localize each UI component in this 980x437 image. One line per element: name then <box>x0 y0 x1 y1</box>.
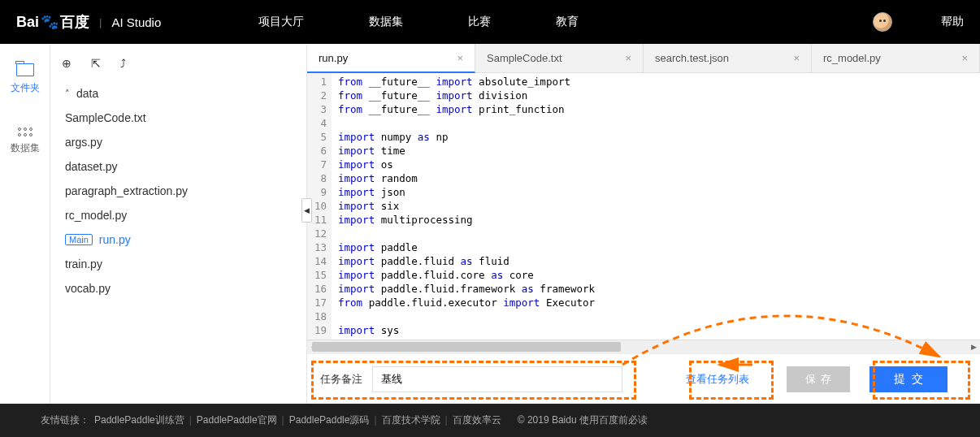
task-input[interactable] <box>372 366 622 392</box>
tree-file[interactable]: dataset.py <box>59 154 290 179</box>
editor-tab[interactable]: run.py× <box>307 44 475 73</box>
footer-copyright: © 2019 Baidu 使用百度前必读 <box>518 413 648 427</box>
rail-files[interactable]: 文件夹 <box>11 63 40 95</box>
task-label: 任务备注 <box>320 372 362 387</box>
footer-link[interactable]: PaddlePaddle训练营 <box>94 414 184 426</box>
scroll-right-icon[interactable]: ▶ <box>967 340 980 353</box>
tree-file[interactable]: paragraph_extraction.py <box>59 179 290 203</box>
tree-file-run[interactable]: Main run.py <box>59 227 290 252</box>
footer-link[interactable]: PaddlePaddle源码 <box>289 414 370 426</box>
code-content[interactable]: from __future__ import absolute_importfr… <box>332 73 601 340</box>
left-rail: 文件夹 数据集 <box>0 44 50 404</box>
task-bar: 任务备注 查看任务列表 保存 提交 <box>307 353 980 404</box>
submit-button[interactable]: 提交 <box>869 366 947 392</box>
nav-projects[interactable]: 项目大厅 <box>258 15 304 29</box>
logo[interactable]: Bai🐾百度 | AI Studio <box>16 12 161 32</box>
file-toolbar: ⊕ ⇱ ⤴ <box>59 54 290 81</box>
h-scrollbar[interactable]: ◀ ▶ <box>307 340 980 353</box>
close-icon[interactable]: × <box>961 52 968 64</box>
footer-link[interactable]: 百度效率云 <box>453 414 501 426</box>
scroll-thumb[interactable] <box>312 342 621 352</box>
main: 文件夹 数据集 ⊕ ⇱ ⤴ ˄ data SampleCode.txtargs.… <box>0 44 980 404</box>
nav-competitions[interactable]: 比赛 <box>468 15 491 29</box>
editor: ◀ run.py×SampleCode.txt×search.test.json… <box>306 44 980 404</box>
tab-label: search.test.json <box>655 52 729 64</box>
tree-folder-data[interactable]: ˄ data <box>59 81 290 106</box>
help-link[interactable]: 帮助 <box>941 15 964 29</box>
new-file-icon[interactable]: ⊕ <box>62 57 72 70</box>
tree-file[interactable]: args.py <box>59 130 290 154</box>
nav-datasets[interactable]: 数据集 <box>369 15 403 29</box>
file-panel: ⊕ ⇱ ⤴ ˄ data SampleCode.txtargs.pydatase… <box>50 44 306 404</box>
editor-tab[interactable]: search.test.json× <box>644 44 812 72</box>
close-icon[interactable]: × <box>625 52 631 64</box>
tab-label: SampleCode.txt <box>487 52 562 64</box>
view-task-list-link[interactable]: 查看任务列表 <box>686 372 749 387</box>
rail-datasets[interactable]: 数据集 <box>11 128 40 155</box>
close-icon[interactable]: × <box>793 52 800 64</box>
folder-icon <box>16 63 34 76</box>
footer-prefix: 友情链接： <box>41 413 89 427</box>
footer-link[interactable]: PaddlePaddle官网 <box>197 414 277 426</box>
main-badge: Main <box>65 234 93 245</box>
collapse-sidebar-icon[interactable]: ◀ <box>301 198 312 223</box>
footer-link[interactable]: 百度技术学院 <box>382 414 440 426</box>
grid-icon <box>18 128 33 136</box>
tree-file[interactable]: train.py <box>59 252 290 276</box>
save-button[interactable]: 保存 <box>787 366 850 392</box>
nav-education[interactable]: 教育 <box>556 15 579 29</box>
tree-file[interactable]: rc_model.py <box>59 203 290 227</box>
tree-file[interactable]: vocab.py <box>59 276 290 301</box>
avatar[interactable] <box>873 12 892 32</box>
editor-tab[interactable]: rc_model.py× <box>812 44 980 72</box>
editor-tab[interactable]: SampleCode.txt× <box>475 44 644 72</box>
new-folder-icon[interactable]: ⇱ <box>91 57 101 70</box>
chevron-down-icon: ˄ <box>65 89 70 99</box>
tree-file[interactable]: SampleCode.txt <box>59 106 290 130</box>
upload-icon[interactable]: ⤴ <box>120 57 126 70</box>
footer: 友情链接： PaddlePaddle训练营|PaddlePaddle官网|Pad… <box>0 404 980 437</box>
header: Bai🐾百度 | AI Studio 项目大厅 数据集 比赛 教育 帮助 <box>0 0 980 44</box>
close-icon[interactable]: × <box>457 52 463 64</box>
top-nav: 项目大厅 数据集 比赛 教育 <box>258 15 579 29</box>
editor-tabs: run.py×SampleCode.txt×search.test.json×r… <box>307 44 980 73</box>
tab-label: run.py <box>319 52 348 64</box>
code-area[interactable]: 123456789101112131415161718192021222324 … <box>307 73 980 340</box>
tab-label: rc_model.py <box>823 52 881 64</box>
file-tree: ˄ data SampleCode.txtargs.pydataset.pypa… <box>59 81 290 301</box>
